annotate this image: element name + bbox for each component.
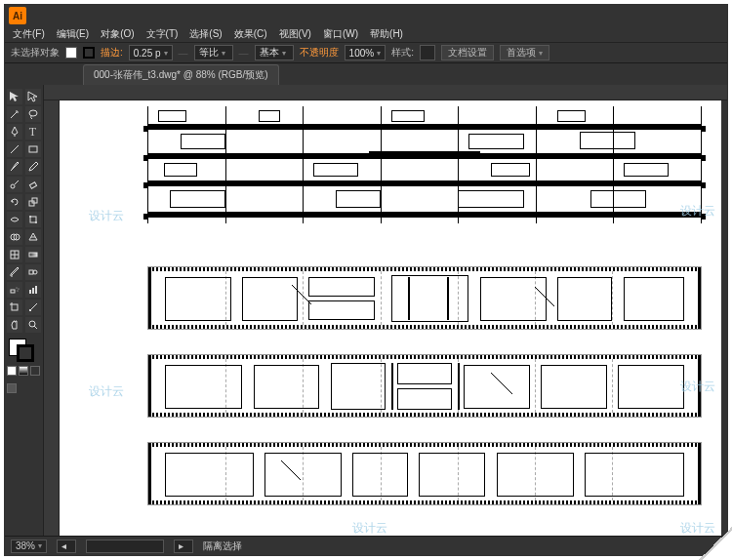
slice-tool[interactable] <box>25 300 41 315</box>
preferences-button[interactable]: 首选项 <box>500 45 549 60</box>
color-swatches[interactable] <box>7 339 41 362</box>
drawing-plan-3 <box>147 442 702 505</box>
free-transform-tool[interactable] <box>25 212 41 227</box>
artboard-select[interactable] <box>86 540 164 553</box>
watermark: 设计云 <box>89 383 124 400</box>
paintbrush-tool[interactable] <box>7 159 22 175</box>
direct-selection-tool[interactable] <box>25 89 41 104</box>
svg-point-21 <box>19 289 20 290</box>
line-tool[interactable] <box>7 141 22 157</box>
screen-mode-icon[interactable] <box>7 383 17 393</box>
stroke-color[interactable] <box>17 344 34 362</box>
hand-tool[interactable] <box>7 317 22 333</box>
zoom-level[interactable]: 38% <box>11 540 47 553</box>
menubar: 文件(F) 编辑(E) 对象(O) 文字(T) 选择(S) 效果(C) 视图(V… <box>5 26 727 42</box>
svg-point-0 <box>29 110 37 116</box>
menu-edit[interactable]: 编辑(E) <box>57 27 89 41</box>
svg-point-22 <box>18 291 19 292</box>
profile-select[interactable]: 等比 <box>194 45 233 60</box>
svg-point-18 <box>33 270 37 274</box>
symbol-sprayer-tool[interactable] <box>7 282 22 298</box>
svg-line-4 <box>15 180 19 184</box>
drawing-plan-1 <box>147 266 702 330</box>
rotate-tool[interactable] <box>7 194 22 210</box>
selection-tool[interactable] <box>7 89 22 104</box>
menu-view[interactable]: 视图(V) <box>279 27 311 41</box>
svg-point-10 <box>35 221 37 223</box>
artboard-nav[interactable]: ▸ <box>174 540 193 553</box>
opacity-input[interactable]: 100% <box>345 45 386 60</box>
ruler-vertical[interactable] <box>44 100 60 536</box>
page-curl-decoration <box>699 527 732 560</box>
opacity-label[interactable]: 不透明度 <box>300 46 339 60</box>
watermark: 设计云 <box>89 208 124 224</box>
eyedropper-tool[interactable] <box>7 264 22 280</box>
perspective-tool[interactable] <box>25 229 41 245</box>
menu-file[interactable]: 文件(F) <box>13 27 45 41</box>
menu-help[interactable]: 帮助(H) <box>370 27 403 41</box>
app-logo: Ai <box>9 7 26 24</box>
none-mode-icon[interactable] <box>30 366 40 376</box>
selection-status: 未选择对象 <box>11 46 60 60</box>
menu-select[interactable]: 选择(S) <box>189 27 222 41</box>
eraser-tool[interactable] <box>25 177 41 192</box>
drawing-section <box>147 106 702 223</box>
fill-swatch[interactable] <box>65 47 77 59</box>
svg-rect-2 <box>29 146 37 152</box>
blob-brush-tool[interactable] <box>7 177 22 192</box>
lasso-tool[interactable] <box>25 106 41 122</box>
watermark: 设计云 <box>352 520 387 536</box>
ruler-horizontal[interactable] <box>44 85 727 100</box>
svg-rect-5 <box>29 182 36 188</box>
svg-point-9 <box>29 216 31 218</box>
stroke-swatch[interactable] <box>83 47 95 59</box>
document-tab[interactable]: 000-张蓓伟_t3.dwg* @ 88% (RGB/预览) <box>83 64 279 85</box>
gradient-mode-icon[interactable] <box>19 366 28 376</box>
zoom-tool[interactable] <box>25 317 41 333</box>
menu-window[interactable]: 窗口(W) <box>323 27 358 41</box>
document-setup-button[interactable]: 文档设置 <box>441 45 494 60</box>
svg-rect-8 <box>30 217 36 222</box>
menu-effect[interactable]: 效果(C) <box>234 27 267 41</box>
svg-line-1 <box>11 145 19 153</box>
svg-rect-25 <box>35 286 37 294</box>
pen-tool[interactable] <box>7 124 22 140</box>
svg-rect-19 <box>11 290 15 293</box>
mesh-tool[interactable] <box>7 247 22 262</box>
svg-rect-24 <box>32 288 34 294</box>
titlebar: Ai <box>5 5 727 26</box>
document-tabs: 000-张蓓伟_t3.dwg* @ 88% (RGB/预览) <box>5 63 727 85</box>
brush-select[interactable]: 基本 <box>255 45 294 60</box>
svg-line-30 <box>34 326 37 329</box>
blend-tool[interactable] <box>25 264 41 280</box>
svg-rect-16 <box>29 253 37 257</box>
svg-rect-17 <box>29 270 33 274</box>
scrollbar-vertical[interactable] <box>721 100 727 536</box>
statusbar: 38% ◂ ▸ 隔离选择 <box>5 536 727 555</box>
color-mode-icon[interactable] <box>7 366 17 376</box>
svg-point-3 <box>11 184 15 188</box>
shape-builder-tool[interactable] <box>7 229 22 245</box>
menu-object[interactable]: 对象(O) <box>101 27 134 41</box>
rectangle-tool[interactable] <box>25 141 41 157</box>
type-tool[interactable]: T <box>25 124 41 140</box>
graph-tool[interactable] <box>25 282 41 298</box>
scale-tool[interactable] <box>25 194 41 210</box>
menu-type[interactable]: 文字(T) <box>146 27 179 41</box>
artboard-tool[interactable] <box>7 300 22 315</box>
width-tool[interactable] <box>7 212 22 227</box>
magic-wand-tool[interactable] <box>7 106 22 122</box>
stroke-label[interactable]: 描边: <box>101 46 123 60</box>
toolbox: T <box>5 85 44 536</box>
svg-rect-26 <box>12 304 18 310</box>
svg-point-20 <box>17 288 18 289</box>
gradient-tool[interactable] <box>25 247 41 262</box>
pencil-tool[interactable] <box>25 159 41 175</box>
artboard-nav[interactable]: ◂ <box>57 540 76 553</box>
svg-rect-23 <box>29 290 31 294</box>
stroke-weight-input[interactable]: 0.25 p <box>129 45 173 60</box>
canvas[interactable]: 设计云 设计云 设计云 设计云 设计云 设计云 <box>60 100 721 536</box>
style-select[interactable] <box>420 45 435 60</box>
control-bar: 未选择对象 描边: 0.25 p — 等比 — 基本 不透明度 100% 样式:… <box>5 42 727 63</box>
watermark: 设计云 <box>680 379 715 395</box>
